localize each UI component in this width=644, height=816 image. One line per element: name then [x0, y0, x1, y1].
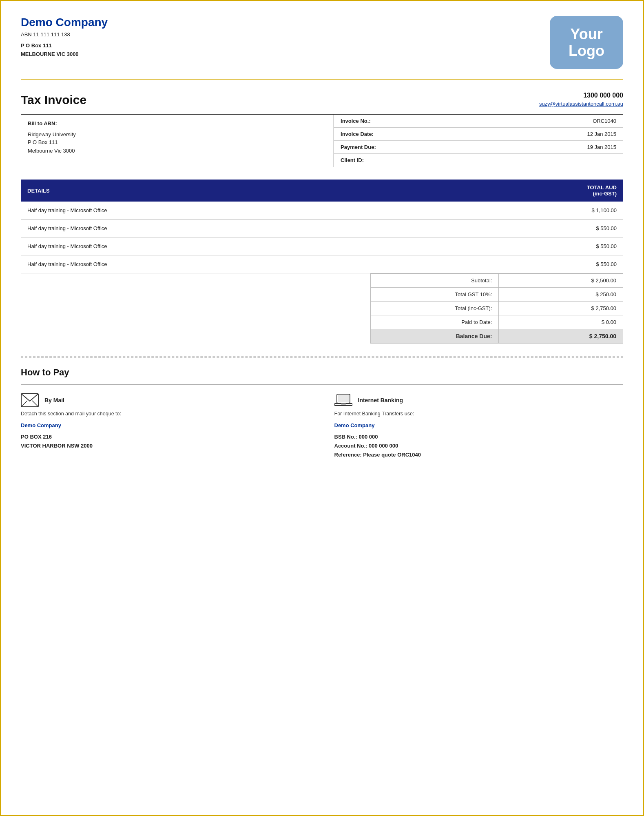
company-name: Demo Company — [21, 16, 108, 29]
invoice-phone: 1300 000 000 — [539, 92, 623, 99]
totals-row: Subtotal:$ 2,500.00 — [370, 274, 623, 288]
invoice-email: suzy@virtualassistantoncall.com.au — [539, 101, 623, 107]
invoice-detail-row: Invoice Date:12 Jan 2015 — [334, 128, 623, 141]
svg-rect-4 — [338, 395, 349, 402]
item-description: Half day training - Microsoft Office — [21, 255, 433, 273]
svg-line-1 — [21, 401, 27, 407]
item-description: Half day training - Microsoft Office — [21, 220, 433, 237]
item-amount: $ 550.00 — [433, 220, 623, 237]
table-row: Half day training - Microsoft Office$ 55… — [21, 237, 623, 255]
total-value: $ 2,750.00 — [499, 329, 623, 344]
item-description: Half day training - Microsoft Office — [21, 237, 433, 255]
bill-to-box: Bill to ABN: Ridgeway University P O Box… — [21, 114, 334, 167]
detail-label: Payment Due: — [341, 144, 376, 150]
invoice-detail-row: Payment Due:19 Jan 2015 — [334, 141, 623, 154]
total-label: Total GST 10%: — [370, 288, 499, 302]
item-description: Half day training - Microsoft Office — [21, 202, 433, 220]
item-amount: $ 550.00 — [433, 237, 623, 255]
bsb-detail: BSB No.: 000 000 — [334, 432, 624, 441]
bill-to-name: Ridgeway University — [28, 131, 327, 137]
item-amount: $ 1,100.00 — [433, 202, 623, 220]
totals-row: Paid to Date:$ 0.00 — [370, 315, 623, 329]
invoice-details-box: Invoice No.:ORC1040Invoice Date:12 Jan 2… — [334, 114, 623, 167]
totals-section: Subtotal:$ 2,500.00Total GST 10%:$ 250.0… — [21, 273, 623, 344]
svg-rect-6 — [341, 404, 346, 405]
table-header-details: DETAILS — [21, 180, 433, 202]
total-value: $ 2,500.00 — [499, 274, 623, 288]
mail-description: Detach this section and mail your cheque… — [21, 411, 310, 417]
table-header-total: TOTAL AUD (inc-GST) — [433, 180, 623, 202]
totals-row: Total GST 10%:$ 250.00 — [370, 288, 623, 302]
detail-label: Client ID: — [341, 157, 364, 163]
table-row: Half day training - Microsoft Office$ 55… — [21, 220, 623, 237]
detail-value: ORC1040 — [593, 118, 616, 124]
total-value: $ 2,750.00 — [499, 302, 623, 315]
total-label: Balance Due: — [370, 329, 499, 344]
total-value: $ 0.00 — [499, 315, 623, 329]
pay-divider — [21, 384, 623, 385]
reference-detail: Reference: Please quote ORC1040 — [334, 450, 624, 459]
pay-method-internet: Internet Banking For Internet Banking Tr… — [334, 393, 624, 459]
totals-table: Subtotal:$ 2,500.00Total GST 10%:$ 250.0… — [370, 273, 623, 344]
company-abn: ABN 11 111 111 138 — [21, 31, 108, 38]
mail-header: By Mail — [21, 393, 310, 408]
table-row: Half day training - Microsoft Office$ 1,… — [21, 202, 623, 220]
mail-address: PO BOX 216 VICTOR HARBOR NSW 2000 — [21, 432, 310, 450]
company-info: Demo Company ABN 11 111 111 138 P O Box … — [21, 16, 108, 59]
mail-company-name: Demo Company — [21, 422, 310, 428]
bill-details-row: Bill to ABN: Ridgeway University P O Box… — [21, 114, 623, 167]
how-to-pay-section: How to Pay By Mail Detach this s — [21, 367, 623, 459]
detail-value: 12 Jan 2015 — [587, 131, 616, 137]
invoice-contact: 1300 000 000 suzy@virtualassistantoncall… — [539, 92, 623, 107]
dashed-divider — [21, 357, 623, 357]
bill-to-label: Bill to ABN: — [28, 120, 327, 126]
internet-header: Internet Banking — [334, 393, 624, 408]
bill-to-address: P O Box 111 Melbourne Vic 3000 — [28, 138, 327, 155]
total-label: Paid to Date: — [370, 315, 499, 329]
invoice-title: Tax Invoice — [21, 93, 86, 107]
company-address: P O Box 111 MELBOURNE VIC 3000 — [21, 42, 108, 59]
pay-method-mail: By Mail Detach this section and mail you… — [21, 393, 310, 459]
envelope-icon — [21, 393, 39, 408]
logo-text: Your Logo — [569, 26, 604, 60]
address-line1: P O Box 111 — [21, 42, 108, 50]
items-table: DETAILS TOTAL AUD (inc-GST) Half day tra… — [21, 180, 623, 273]
logo-box: Your Logo — [550, 16, 623, 69]
svg-line-2 — [32, 401, 38, 407]
header-section: Demo Company ABN 11 111 111 138 P O Box … — [21, 16, 623, 80]
totals-row: Total (inc-GST):$ 2,750.00 — [370, 302, 623, 315]
reference-value: Please quote ORC1040 — [363, 452, 421, 458]
laptop-icon — [334, 393, 352, 408]
bsb-value: 000 000 — [359, 434, 378, 440]
invoice-detail-row: Client ID: — [334, 154, 623, 166]
total-label: Subtotal: — [370, 274, 499, 288]
account-detail: Account No.: 000 000 000 — [334, 441, 624, 450]
total-label: Total (inc-GST): — [370, 302, 499, 315]
total-value: $ 250.00 — [499, 288, 623, 302]
detail-label: Invoice Date: — [341, 131, 374, 137]
internet-company-name: Demo Company — [334, 422, 624, 428]
invoice-page: Demo Company ABN 11 111 111 138 P O Box … — [0, 0, 644, 816]
internet-description: For Internet Banking Transfers use: — [334, 411, 624, 417]
pay-methods: By Mail Detach this section and mail you… — [21, 393, 623, 459]
bsb-label: BSB No.: — [334, 434, 357, 440]
invoice-detail-row: Invoice No.:ORC1040 — [334, 115, 623, 128]
detail-label: Invoice No.: — [341, 118, 371, 124]
account-label: Account No.: — [334, 443, 367, 449]
account-value: 000 000 000 — [369, 443, 398, 449]
internet-title: Internet Banking — [358, 397, 403, 404]
totals-row: Balance Due:$ 2,750.00 — [370, 329, 623, 344]
address-line2: MELBOURNE VIC 3000 — [21, 50, 108, 59]
detail-value: 19 Jan 2015 — [587, 144, 616, 150]
item-amount: $ 550.00 — [433, 255, 623, 273]
abn-number: 11 111 111 138 — [33, 31, 70, 38]
table-row: Half day training - Microsoft Office$ 55… — [21, 255, 623, 273]
mail-title: By Mail — [44, 397, 64, 404]
abn-label: ABN — [21, 31, 32, 38]
reference-label: Reference: — [334, 452, 362, 458]
how-to-pay-title: How to Pay — [21, 367, 623, 378]
invoice-title-section: Tax Invoice 1300 000 000 suzy@virtualass… — [21, 92, 623, 107]
